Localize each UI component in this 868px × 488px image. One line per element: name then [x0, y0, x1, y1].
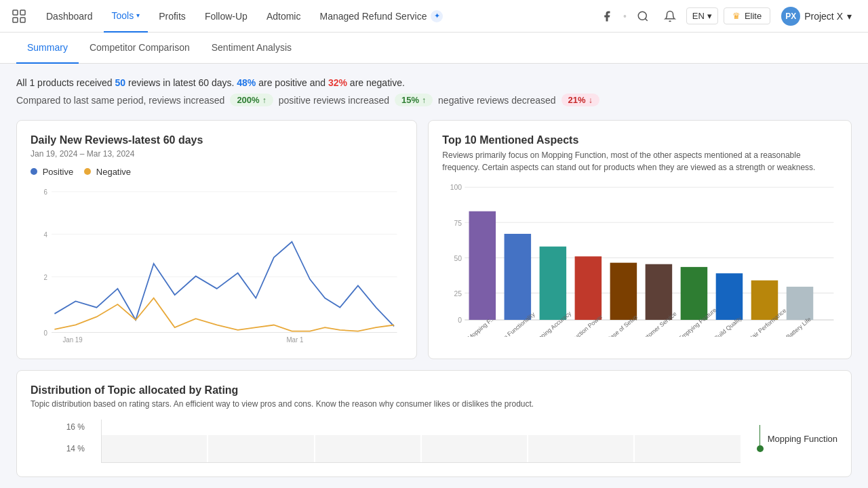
distribution-card: Distribution of Topic allocated by Ratin… [16, 370, 852, 477]
facebook-icon-btn[interactable] [596, 5, 618, 27]
mopping-dot [757, 445, 764, 452]
svg-rect-1 [20, 10, 25, 15]
arrow-down-icon: ↓ [589, 96, 593, 105]
svg-rect-43 [787, 287, 814, 320]
svg-text:4: 4 [43, 231, 47, 239]
svg-rect-33 [610, 263, 637, 320]
main-content: All 1 products received 50 reviews in la… [0, 64, 868, 488]
svg-rect-37 [681, 267, 708, 320]
svg-text:50: 50 [454, 255, 462, 262]
svg-text:0: 0 [458, 317, 462, 324]
y-axis-labels: 16 % 14 % [31, 420, 85, 453]
mopping-function-label-area: Mopping Function [757, 420, 837, 452]
mopping-label: Mopping Function [768, 434, 837, 444]
line-chart-area: 6 4 2 0 Jan 19 Mar 1 [31, 182, 403, 345]
managed-refund-badge: ✦ [431, 10, 443, 22]
project-selector[interactable]: PX Project X ▾ [776, 4, 857, 28]
chevron-down-icon: ▾ [136, 12, 140, 19]
top-aspects-card: Top 10 Mentioned Aspects Reviews primari… [428, 120, 852, 359]
distribution-title: Distribution of Topic allocated by Ratin… [31, 384, 837, 396]
svg-rect-35 [646, 264, 673, 320]
svg-rect-27 [505, 234, 532, 320]
legend-negative: Negative [84, 167, 131, 177]
charts-row: Daily New Reviews-latest 60 days Jan 19,… [16, 120, 852, 359]
tab-competitor[interactable]: Competitor Comparison [79, 33, 201, 64]
tab-bar: Summary Competitor Comparison Sentiment … [0, 33, 868, 64]
positive-dot [31, 168, 37, 175]
svg-text:Jan 19: Jan 19 [62, 336, 83, 344]
distribution-desc: Topic distribution based on rating stars… [31, 399, 837, 409]
nav-profits[interactable]: Profits [151, 0, 194, 33]
badge-negative-decrease: 21% ↓ [561, 94, 599, 106]
arrow-up-icon: ↑ [262, 96, 267, 105]
svg-rect-3 [20, 18, 25, 22]
svg-text:Mar 1: Mar 1 [286, 336, 303, 344]
nav-dashboard[interactable]: Dashboard [38, 0, 101, 33]
svg-text:6: 6 [43, 188, 47, 196]
svg-point-4 [638, 12, 646, 20]
elite-button[interactable]: ♛ Elite [724, 7, 770, 24]
chart-legend: Positive Negative [31, 167, 403, 177]
svg-text:25: 25 [454, 290, 462, 298]
bar-chart-area: 100 75 50 25 0 Mopping F... [442, 182, 837, 339]
svg-rect-39 [716, 273, 743, 320]
search-icon-btn[interactable] [632, 5, 654, 27]
tab-summary[interactable]: Summary [16, 33, 79, 64]
aspects-chart-desc: Reviews primarily focus on Mopping Funct… [442, 149, 837, 174]
svg-text:2: 2 [43, 274, 47, 281]
daily-reviews-card: Daily New Reviews-latest 60 days Jan 19,… [16, 120, 417, 359]
summary-line-1: All 1 products received 50 reviews in la… [16, 77, 852, 88]
language-selector[interactable]: EN ▾ [686, 7, 718, 24]
nav-right-section: • EN ▾ ♛ Elite PX Project X ▾ [596, 4, 857, 28]
daily-chart-subtitle: Jan 19, 2024 – Mar 13, 2024 [31, 149, 403, 159]
arrow-up-icon: ↑ [422, 96, 426, 105]
nav-followup[interactable]: Follow-Up [197, 0, 256, 33]
top-navigation: Dashboard Tools ▾ Profits Follow-Up Adto… [0, 0, 868, 33]
svg-rect-0 [13, 10, 18, 15]
crown-icon: ♛ [732, 11, 741, 21]
logo[interactable] [11, 8, 27, 24]
separator: • [623, 11, 627, 22]
svg-rect-25 [469, 211, 496, 320]
chevron-down-icon: ▾ [707, 11, 712, 21]
legend-positive: Positive [31, 167, 73, 177]
svg-text:75: 75 [454, 220, 462, 227]
nav-managed-refund[interactable]: Managed Refund Service ✦ [311, 0, 451, 33]
nav-adtomic[interactable]: Adtomic [258, 0, 309, 33]
notification-icon-btn[interactable] [659, 5, 681, 27]
avatar: PX [781, 7, 800, 26]
distribution-bars [101, 420, 741, 463]
svg-rect-29 [540, 247, 567, 320]
svg-text:0: 0 [43, 329, 47, 337]
svg-text:100: 100 [450, 184, 462, 191]
badge-positive-increase: 15% ↑ [395, 94, 433, 106]
summary-badge-row: Compared to last same period, reviews in… [16, 94, 852, 106]
daily-chart-title: Daily New Reviews-latest 60 days [31, 134, 403, 146]
badge-reviews-increase: 200% ↑ [230, 94, 273, 106]
svg-rect-2 [13, 18, 18, 22]
nav-tools[interactable]: Tools ▾ [104, 0, 149, 33]
chevron-down-icon: ▾ [847, 11, 852, 22]
aspects-chart-title: Top 10 Mentioned Aspects [442, 134, 837, 146]
negative-dot [84, 168, 91, 175]
tab-sentiment[interactable]: Sentiment Analysis [201, 33, 302, 64]
svg-rect-31 [575, 256, 602, 320]
